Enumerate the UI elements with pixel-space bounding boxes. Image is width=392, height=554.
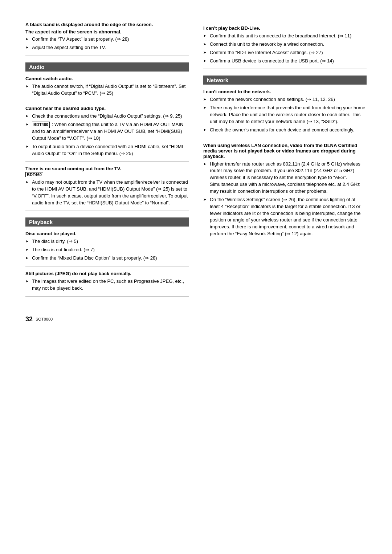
still-pictures-title: Still pictures (JPEG) do not play back n… xyxy=(25,271,189,276)
list-item: Confirm the “BD-Live Internet Access” se… xyxy=(203,49,367,56)
list-item: Connect this unit to the network by a wi… xyxy=(203,41,367,48)
cannot-hear-list: Check the connections and the “Digital A… xyxy=(25,113,189,157)
list-item: To output audio from a device connected … xyxy=(25,143,189,157)
no-sound-title: There is no sound coming out from the TV… xyxy=(25,166,189,177)
top-title: A black band is displayed around the edg… xyxy=(25,22,189,27)
list-item: Confirm the “Mixed Data Disc Option” is … xyxy=(25,255,189,262)
list-item: The disc is not finalized. (⇒ 7) xyxy=(25,247,189,253)
list-item: Confirm the “TV Aspect” is set properly.… xyxy=(25,36,189,43)
divider xyxy=(25,266,189,266)
divider xyxy=(203,69,367,69)
no-sound-list: Audio may not output from the TV when th… xyxy=(25,179,189,206)
divider xyxy=(25,56,189,56)
list-item: Confirm a USB device is connected to the… xyxy=(203,58,367,65)
left-column: A black band is displayed around the edg… xyxy=(25,22,189,301)
bdt460-badge: BDT460 xyxy=(32,122,50,128)
top-subtitle: The aspect ratio of the screen is abnorm… xyxy=(25,29,189,34)
list-item: Higher transfer rate router such as 802.… xyxy=(203,161,367,195)
bdlive-section: I can’t play back BD-Live. Confirm that … xyxy=(203,25,367,69)
bdlive-title: I can’t play back BD-Live. xyxy=(203,25,367,31)
divider xyxy=(25,211,189,211)
playback-header: Playback xyxy=(25,217,189,227)
list-item: Audio may not output from the TV when th… xyxy=(25,179,189,206)
wireless-lan-title: When using wireless LAN connection, vide… xyxy=(203,143,367,159)
disc-cannot-play-title: Disc cannot be played. xyxy=(25,231,189,236)
network-header: Network xyxy=(203,76,367,85)
playback-section: Playback Disc cannot be played. The disc… xyxy=(25,217,189,296)
page-number: 32 xyxy=(25,315,33,323)
list-item: Check the owner’s manuals for each devic… xyxy=(203,127,367,134)
cannot-switch-audio-title: Cannot switch audio. xyxy=(25,76,189,81)
bdt460-badge2: BDT460 xyxy=(25,172,43,177)
cant-connect-title: I can’t connect to the network. xyxy=(203,89,367,94)
divider xyxy=(25,161,189,162)
list-item: There may be interference that prevents … xyxy=(203,105,367,125)
list-item: BDT460 : When connecting this unit to a … xyxy=(25,121,189,142)
list-item: Confirm the network connection and setti… xyxy=(203,96,367,103)
list-item: Confirm that this unit is connected to t… xyxy=(203,33,367,40)
list-item: The disc is dirty. (⇒ 5) xyxy=(25,238,189,245)
divider xyxy=(203,242,367,242)
still-pictures-list: The images that were edited on the PC, s… xyxy=(25,278,189,292)
list-item: Adjust the aspect setting on the TV. xyxy=(25,44,189,51)
bdlive-list: Confirm that this unit is connected to t… xyxy=(203,33,367,64)
cant-connect-list: Confirm the network connection and setti… xyxy=(203,96,367,133)
audio-header: Audio xyxy=(25,62,189,72)
network-section: Network I can’t connect to the network. … xyxy=(203,76,367,242)
divider xyxy=(25,101,189,101)
top-bullet-list: Confirm the “TV Aspect” is set properly.… xyxy=(25,36,189,51)
divider xyxy=(203,138,367,138)
list-item: On the “Wireless Settings” screen (⇒ 26)… xyxy=(203,196,367,237)
footer-code: SQT0080 xyxy=(36,317,53,321)
wireless-lan-list: Higher transfer rate router such as 802.… xyxy=(203,161,367,237)
divider xyxy=(25,296,189,297)
list-item: The images that were edited on the PC, s… xyxy=(25,278,189,292)
audio-section: Audio Cannot switch audio. The audio can… xyxy=(25,62,189,211)
list-item: Check the connections and the “Digital A… xyxy=(25,113,189,120)
disc-cannot-play-list: The disc is dirty. (⇒ 5) The disc is not… xyxy=(25,238,189,262)
cannot-switch-audio-list: The audio cannot switch, if “Digital Aud… xyxy=(25,83,189,97)
top-section: A black band is displayed around the edg… xyxy=(25,22,189,56)
list-item: The audio cannot switch, if “Digital Aud… xyxy=(25,83,189,97)
right-column: I can’t play back BD-Live. Confirm that … xyxy=(203,22,367,301)
cannot-hear-title: Cannot hear the desired audio type. xyxy=(25,106,189,111)
page-footer: 32 SQT0080 xyxy=(25,315,367,323)
